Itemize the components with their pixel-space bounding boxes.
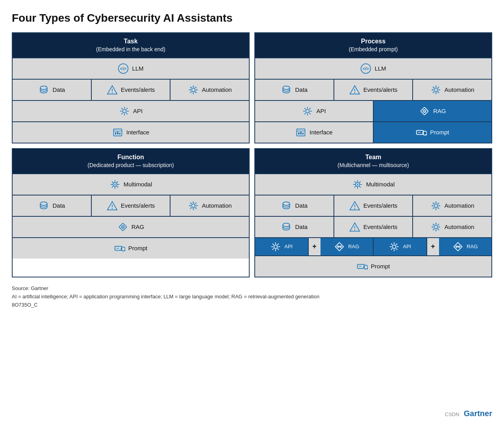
process-data-row: Data Events/alerts Automation [255, 79, 491, 100]
process-llm-cell: LLM [255, 58, 491, 79]
team-rag2-cell: RAG [439, 238, 492, 255]
function-rag-row: RAG [13, 216, 249, 237]
footnotes: Source: Gartner AI = artificial intellig… [12, 285, 492, 309]
team-api2-cell: API [374, 238, 427, 255]
footnote-source: Source: Gartner [12, 285, 492, 293]
page-title: Four Types of Cybersecurity AI Assistant… [12, 12, 492, 24]
team-api-rag-row: API + RAG API + RAG [255, 237, 491, 255]
function-data-cell: Data [13, 195, 92, 216]
task-data-cell: Data [13, 80, 92, 100]
quadrant-process: Process (Embedded prompt) LLM Data Event… [254, 32, 492, 143]
quadrant-team-header: Team (Multichannel — multisource) [255, 149, 491, 173]
function-prompt-row: Prompt [13, 237, 249, 259]
process-api-rag-row: API RAG [255, 100, 491, 121]
team-data1-row: Data Events/alerts Automation [255, 195, 491, 216]
quadrant-grid: Task (Embedded in the back end) LLM Data… [12, 32, 492, 277]
footnote-id: 8O735O_C [12, 301, 492, 309]
quadrant-function: Function (Dedicated product — subscripti… [12, 148, 250, 277]
quadrant-function-header: Function (Dedicated product — subscripti… [13, 149, 249, 173]
team-data2-row: Data Events/alerts Automation [255, 216, 491, 237]
task-interface-row: Interface [13, 121, 249, 143]
task-llm-row: LLM [13, 58, 249, 79]
team-plus1: + [309, 238, 321, 255]
task-data-row: Data Events/alerts Automation [13, 79, 249, 100]
function-data-row: Data Events/alerts Automation [13, 195, 249, 216]
team-multimodal-cell: Multimodal [255, 174, 491, 195]
task-api-cell: API [13, 101, 249, 121]
function-events-cell: Events/alerts [92, 195, 171, 216]
process-rag-cell: RAG [374, 101, 491, 121]
function-multimodal-row: Multimodal [13, 173, 249, 195]
team-prompt-row: Prompt [255, 255, 491, 277]
task-events-cell: Events/alerts [92, 80, 171, 100]
team-multimodal-row: Multimodal [255, 173, 491, 195]
task-api-row: API [13, 100, 249, 121]
task-interface-cell: Interface [13, 122, 249, 143]
process-interface-prompt-row: Interface Prompt [255, 121, 491, 143]
team-prompt-cell: Prompt [255, 256, 491, 277]
function-automation-cell: Automation [170, 195, 249, 216]
quadrant-task: Task (Embedded in the back end) LLM Data… [12, 32, 250, 143]
process-data-cell: Data [255, 80, 334, 100]
quadrant-team: Team (Multichannel — multisource) Multim… [254, 148, 492, 277]
process-automation-cell: Automation [413, 80, 491, 100]
watermark-csdn: CSDN Gartner [445, 409, 492, 418]
team-plus2: + [427, 238, 439, 255]
function-multimodal-cell: Multimodal [13, 174, 249, 195]
footnote-abbrev: AI = artificial intelligence; API = appl… [12, 293, 492, 301]
quadrant-process-header: Process (Embedded prompt) [255, 33, 491, 58]
team-data1-cell: Data [255, 195, 334, 216]
team-events1-cell: Events/alerts [334, 195, 413, 216]
team-data2-cell: Data [255, 217, 334, 237]
quadrant-task-header: Task (Embedded in the back end) [13, 33, 249, 58]
process-events-cell: Events/alerts [334, 80, 413, 100]
process-llm-row: LLM [255, 58, 491, 79]
team-events2-cell: Events/alerts [334, 217, 413, 237]
process-prompt-cell: Prompt [374, 122, 491, 143]
team-api1-cell: API [255, 238, 309, 255]
task-automation-cell: Automation [170, 80, 249, 100]
task-llm-cell: LLM [13, 58, 249, 79]
team-automation1-cell: Automation [413, 195, 491, 216]
function-prompt-cell: Prompt [13, 238, 249, 259]
process-api-cell: API [255, 101, 374, 121]
team-rag1-cell: RAG [321, 238, 374, 255]
process-interface-cell: Interface [255, 122, 374, 143]
team-automation2-cell: Automation [413, 217, 491, 237]
function-rag-cell: RAG [13, 217, 249, 237]
